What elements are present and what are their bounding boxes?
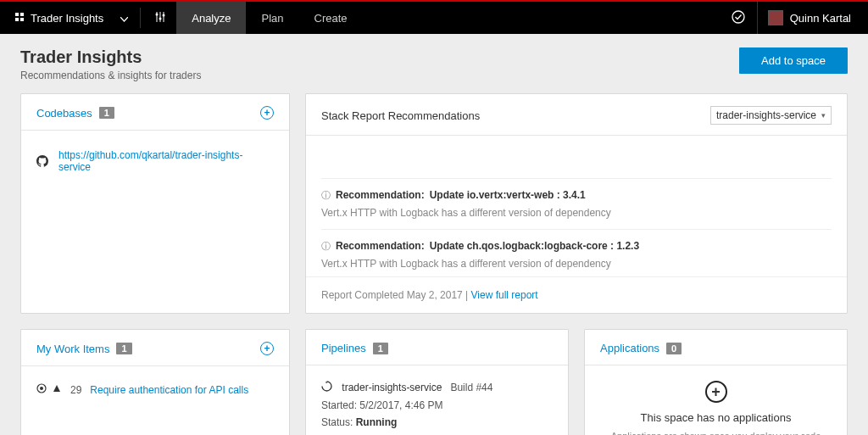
apps-empty-desc: Applications are shown once you deploy y… bbox=[605, 429, 826, 435]
add-codebase-icon[interactable]: + bbox=[260, 106, 274, 120]
nav-divider bbox=[140, 8, 141, 28]
nav-tab-analyze[interactable]: Analyze bbox=[176, 2, 246, 34]
svg-rect-2 bbox=[15, 18, 19, 21]
work-items-title[interactable]: My Work Items bbox=[36, 343, 109, 355]
pipeline-build: Build #44 bbox=[450, 382, 492, 393]
apps-grid-icon bbox=[15, 13, 25, 23]
work-items-count-badge: 1 bbox=[116, 343, 131, 354]
add-application-icon[interactable]: + bbox=[705, 381, 727, 403]
user-menu[interactable]: Quinn Kartal bbox=[757, 2, 861, 34]
svg-point-10 bbox=[732, 11, 744, 23]
page-subtitle: Recommendations & insights for traders bbox=[20, 70, 201, 81]
spinner-icon bbox=[321, 380, 332, 397]
page-title: Trader Insights bbox=[20, 47, 201, 67]
add-to-space-button[interactable]: Add to space bbox=[739, 47, 848, 74]
page-header: Trader Insights Recommendations & insigh… bbox=[0, 34, 868, 93]
pipelines-count-badge: 1 bbox=[373, 343, 388, 354]
brand-title: Trader Insights bbox=[31, 12, 103, 25]
pipeline-started: Started: 5/2/2017, 4:46 PM bbox=[321, 397, 553, 414]
settings-sliders-icon[interactable] bbox=[144, 11, 176, 25]
stack-report-title: Stack Report Recommendations bbox=[321, 109, 480, 122]
svg-point-8 bbox=[159, 17, 162, 20]
pipelines-title[interactable]: Pipelines bbox=[321, 342, 366, 354]
status-check-icon[interactable] bbox=[720, 10, 757, 26]
work-item-row: 29 Require authentication for API calls bbox=[36, 380, 274, 399]
work-item-number: 29 bbox=[70, 384, 81, 396]
pipelines-card: Pipelines 1 trader-insights-service Buil… bbox=[305, 329, 569, 435]
avatar bbox=[768, 10, 783, 25]
nav-tab-create[interactable]: Create bbox=[299, 2, 363, 34]
view-full-report-link[interactable]: View full report bbox=[471, 289, 538, 301]
applications-count-badge: 0 bbox=[666, 343, 682, 354]
work-item-type-icon bbox=[36, 383, 47, 396]
recommendation-row: ⓘ Recommendation: Update ch.qos.logback:… bbox=[321, 229, 832, 276]
pipeline-status-value: Running bbox=[356, 416, 398, 428]
recommendation-list: ⓘ Recommendation: Update io.vertx:vertx-… bbox=[321, 178, 832, 276]
svg-rect-0 bbox=[15, 13, 19, 16]
work-items-card: My Work Items 1 + 29 Require authenticat… bbox=[20, 329, 290, 435]
work-item-link[interactable]: Require authentication for API calls bbox=[90, 384, 248, 396]
brand-dropdown-caret-icon[interactable] bbox=[112, 12, 136, 25]
svg-rect-3 bbox=[20, 18, 24, 21]
applications-card: Applications 0 + This space has no appli… bbox=[584, 329, 848, 435]
work-item-state-icon bbox=[52, 383, 62, 396]
svg-point-9 bbox=[163, 14, 165, 16]
svg-point-12 bbox=[40, 387, 43, 390]
pipeline-status-label: Status: bbox=[321, 416, 356, 428]
add-work-item-icon[interactable]: + bbox=[260, 342, 274, 355]
info-icon: ⓘ bbox=[321, 240, 331, 253]
apps-empty-title: This space has no applications bbox=[605, 411, 826, 424]
repo-link[interactable]: https://github.com/qkartal/trader-insigh… bbox=[58, 149, 274, 173]
user-name: Quinn Kartal bbox=[790, 12, 851, 25]
github-icon bbox=[36, 155, 48, 167]
nav-tab-plan[interactable]: Plan bbox=[246, 2, 298, 34]
applications-title[interactable]: Applications bbox=[600, 342, 659, 354]
stack-service-select[interactable]: trader-insights-service bbox=[710, 106, 832, 125]
brand-area[interactable]: Trader Insights bbox=[7, 12, 112, 25]
info-icon: ⓘ bbox=[321, 189, 331, 202]
recommendation-row: ⓘ Recommendation: Update io.vertx:vertx-… bbox=[321, 178, 832, 229]
svg-rect-1 bbox=[20, 13, 24, 16]
main-navbar: Trader Insights Analyze Plan Create Quin… bbox=[0, 2, 868, 34]
repo-row: https://github.com/qkartal/trader-insigh… bbox=[36, 144, 274, 178]
codebases-card: Codebases 1 + https://github.com/qkartal… bbox=[20, 93, 290, 314]
stack-report-footer: Report Completed May 2, 2017 | View full… bbox=[306, 276, 847, 313]
codebases-title[interactable]: Codebases bbox=[36, 107, 92, 120]
pipeline-service-name: trader-insights-service bbox=[342, 382, 442, 393]
codebases-count-badge: 1 bbox=[99, 107, 114, 119]
svg-point-7 bbox=[156, 13, 159, 15]
stack-report-card: Stack Report Recommendations trader-insi… bbox=[305, 93, 848, 314]
